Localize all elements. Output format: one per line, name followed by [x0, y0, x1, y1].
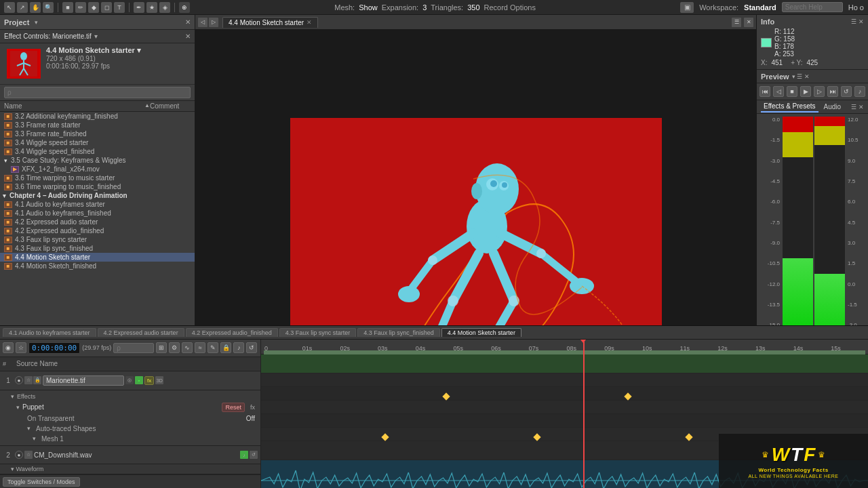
pen-icon[interactable]: ✏ [75, 2, 86, 13]
project-panel-close[interactable]: ✕ [185, 18, 191, 26]
project-list-item[interactable]: ■4.4 Motion Sketch starter [0, 253, 195, 262]
comp-nav-left[interactable]: ◁ [198, 18, 208, 27]
prev-play-btn[interactable]: ▶ [800, 86, 811, 97]
audio-tab[interactable]: Audio [821, 102, 844, 112]
project-list-item[interactable]: ■4.2 Expressed audio_finished [0, 226, 195, 235]
mesh-arrow[interactable]: ▾ [33, 435, 36, 442]
tl-search-input[interactable] [113, 343, 154, 353]
timeline-tab-0[interactable]: 4.1 Audio to keyframes starter [3, 328, 96, 337]
timeline-tab-1[interactable]: 4.2 Expressed audio starter [98, 328, 184, 337]
project-list-item[interactable]: ■3.2 Additional keyframing_finished [0, 112, 195, 121]
on-transparent-value[interactable]: Off [246, 415, 255, 422]
tl-solo-icon[interactable]: ☆ [16, 342, 26, 353]
effects-presets-tab[interactable]: Effects & Presets [761, 101, 818, 113]
tl-enable-icon[interactable]: ◉ [3, 342, 14, 353]
effect-controls-close[interactable]: ✕ [185, 33, 191, 40]
zoom-icon[interactable]: 🔍 [43, 2, 54, 13]
project-list-item[interactable]: ■3.3 Frame rate starter [0, 121, 195, 129]
puppet-reset[interactable]: Reset [222, 403, 245, 412]
comp-tab-close[interactable]: ✕ [307, 19, 312, 26]
eraser-icon[interactable]: ◻ [101, 2, 112, 13]
tl-lock-icon[interactable]: 🔒 [220, 342, 231, 353]
layer-2-eye[interactable]: ● [15, 451, 23, 459]
comp-tab-active[interactable]: 4.4 Motion Sketch starter ✕ [222, 17, 318, 28]
layer-1-eye[interactable]: ● [15, 376, 23, 384]
expansion-value[interactable]: 3 [422, 3, 427, 12]
arrow-icon[interactable]: ↖ [4, 2, 15, 13]
preview-dropdown[interactable]: ▾ ☰ ✕ [792, 73, 810, 80]
tl-motion-icon[interactable]: ≈ [195, 342, 205, 353]
brush-icon[interactable]: ■ [62, 2, 73, 13]
record-options-button[interactable]: Record Options [484, 3, 536, 12]
tl-audio-icon[interactable]: ♪ [233, 342, 244, 353]
timeline-tab-2[interactable]: 4.2 Expressed audio_finished [186, 328, 278, 337]
svg-rect-14 [487, 213, 500, 226]
puppet-arrow[interactable]: ▾ [11, 393, 14, 400]
project-list-item[interactable]: ■4.3 Faux lip sync starter [0, 235, 195, 244]
comp-panel-menu[interactable]: ☰ [732, 18, 741, 27]
puppet-icon[interactable]: ★ [146, 2, 157, 13]
prev-audio-btn[interactable]: ♪ [854, 86, 865, 97]
stamp-icon[interactable]: ◆ [88, 2, 99, 13]
project-list-item[interactable]: ■3.4 Wiggle speed starter [0, 138, 195, 147]
layer-1-lock[interactable]: 🔒 [33, 376, 41, 384]
comp-nav-right[interactable]: ▷ [209, 18, 218, 27]
layer-1-fx[interactable]: fx [144, 376, 154, 385]
project-list-item[interactable]: ■3.6 Time warping to music starter [0, 174, 195, 182]
prev-last-btn[interactable]: ⏭ [827, 86, 838, 97]
project-list-item[interactable]: ■3.3 Frame rate_finished [0, 129, 195, 138]
layer-1-name[interactable] [43, 375, 124, 386]
tl-timecode[interactable]: 0:00:00:00 [28, 342, 80, 354]
prev-first-btn[interactable]: ⏮ [760, 86, 770, 97]
monitor-icon[interactable]: ▣ [680, 2, 694, 13]
select-icon[interactable]: ↗ [17, 2, 28, 13]
prev-back-btn[interactable]: ◁ [773, 86, 784, 97]
puppet-expand-arrow[interactable]: ▾ [16, 404, 20, 411]
tl-refresh-icon[interactable]: ↺ [246, 342, 257, 353]
tl-curve-icon[interactable]: ∿ [182, 342, 193, 353]
waveform-expand[interactable]: ▾ [11, 466, 14, 472]
pencil-icon[interactable]: ✒ [134, 2, 144, 13]
layer-1-solo[interactable]: ☆ [24, 376, 33, 384]
prev-fwd-btn[interactable]: ▷ [814, 86, 825, 97]
tl-comp-icon[interactable]: ⊞ [156, 342, 167, 353]
timeline-tab-5[interactable]: 4.4 Motion Sketch starter [441, 328, 521, 337]
project-list-item[interactable]: ■4.2 Expressed audio starter [0, 218, 195, 226]
search-help-input[interactable] [782, 2, 843, 12]
project-search-input[interactable] [4, 87, 191, 98]
project-list-item[interactable]: ▶XFX_1+2_final_x264.mov [0, 165, 195, 174]
timeline-tab-4[interactable]: 4.3 Faux lip sync_finished [357, 328, 440, 337]
effect-controls-dropdown[interactable]: ▾ [94, 33, 98, 40]
workspace-value[interactable]: Standard [744, 3, 776, 12]
project-list-item[interactable]: ■3.4 Wiggle speed_finished [0, 147, 195, 156]
tl-settings-icon[interactable]: ⚙ [169, 342, 180, 353]
prev-stop-btn[interactable]: ■ [787, 86, 797, 97]
show-label[interactable]: Show [359, 3, 378, 12]
project-list-item[interactable]: ▾3.5 Case Study: Keyframes & Wiggles [0, 156, 195, 165]
timeline-tab-3[interactable]: 4.3 Faux lip sync starter [279, 328, 357, 337]
project-list-item[interactable]: ■4.4 Motion Sketch_finished [0, 262, 195, 270]
info-menu[interactable]: ☰ ✕ [851, 18, 864, 25]
layer-2-solo[interactable]: ☆ [24, 451, 33, 459]
layer-2-audio-on[interactable]: ♪ [240, 451, 248, 459]
effects-menu[interactable]: ☰ ✕ [851, 104, 864, 110]
auto-traced-arrow[interactable]: ▾ [27, 425, 31, 432]
project-dropdown-icon[interactable]: ▾ [35, 19, 38, 26]
project-list-item[interactable]: ■3.6 Time warping to music_finished [0, 182, 195, 191]
layer-2-loop[interactable]: ↺ [250, 451, 258, 459]
layer-1-3d[interactable]: 3D [155, 376, 163, 384]
playhead[interactable] [583, 340, 585, 488]
project-list-item[interactable]: ■4.3 Faux lip sync_finished [0, 244, 195, 253]
motion-icon[interactable]: ⊕ [179, 2, 190, 13]
project-list-item[interactable]: ■4.1 Audio to keyframes starter [0, 200, 195, 209]
pin-icon[interactable]: ◈ [159, 2, 170, 13]
hand-icon[interactable]: ✋ [30, 2, 41, 13]
comp-name: 4.4 Motion Sketch starter ▾ [46, 46, 141, 55]
project-list-item[interactable]: ■4.1 Audio to keyframes_finished [0, 209, 195, 218]
tl-draft-icon[interactable]: ✎ [208, 342, 218, 353]
project-list-item[interactable]: ▾Chapter 4 – Audio Driving Animation [0, 191, 195, 200]
prev-loop-btn[interactable]: ↺ [841, 86, 852, 97]
text-icon[interactable]: T [114, 2, 125, 13]
comp-panel-collapse[interactable]: ✕ [744, 18, 753, 27]
toggle-switches-btn[interactable]: Toggle Switches / Modes [3, 477, 80, 487]
